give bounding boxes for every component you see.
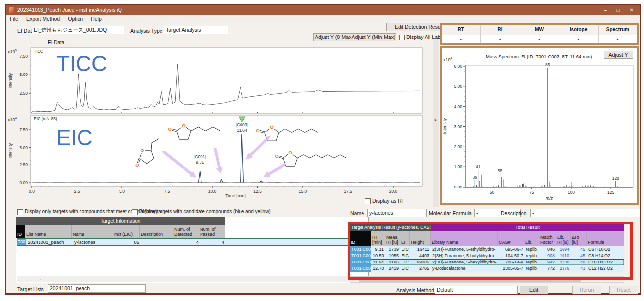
eic-scale-label: x104 bbox=[8, 116, 17, 122]
result-col-ei[interactable]: EI bbox=[400, 231, 410, 246]
result-row-T001-C004[interactable]: T001-C00412.702419EIC2705y-Dodecalactone… bbox=[350, 265, 624, 272]
svg-text:100: 100 bbox=[568, 190, 575, 195]
svg-text:5.00: 5.00 bbox=[19, 145, 28, 150]
menu-help[interactable]: Help bbox=[87, 16, 106, 22]
result-col-lib[interactable]: Lib. bbox=[524, 231, 539, 246]
rerun-button[interactable]: Rerun bbox=[572, 286, 601, 294]
ticc-big-label: TICC bbox=[56, 51, 107, 75]
svg-text:10.0: 10.0 bbox=[208, 189, 217, 194]
maximize-button[interactable]: □ bbox=[617, 7, 620, 13]
svg-text:20.0: 20.0 bbox=[389, 189, 398, 194]
ms-xlabel: m/z bbox=[546, 196, 553, 201]
carbonyl-oxygen-atom: O bbox=[275, 153, 279, 159]
target-lists-field[interactable]: 20241001_peach bbox=[48, 284, 146, 293]
filter-candidate-checkbox[interactable] bbox=[132, 209, 138, 215]
menu-option[interactable]: Option bbox=[64, 16, 87, 22]
result-row-T001-C002[interactable]: T001-C00210.501955EIC44032(3H)-Furanone,… bbox=[350, 253, 624, 259]
analysis-method-field[interactable]: Default bbox=[435, 286, 518, 294]
result-cell-meas_ri: 2419 bbox=[385, 265, 400, 272]
ti-cell-mz-eic: 85 bbox=[114, 239, 141, 245]
result-scrollbar-thumb[interactable] bbox=[359, 278, 581, 282]
ms-plot-area bbox=[465, 65, 633, 187]
ms-ylabel: Intensity bbox=[443, 118, 447, 134]
ti-col-id[interactable]: ID bbox=[16, 225, 25, 238]
result-col-id[interactable]: ID bbox=[350, 231, 371, 246]
result-col-formula[interactable]: Formula bbox=[587, 231, 624, 246]
result-cell-id: T001-C002 bbox=[350, 253, 371, 259]
ti-cell-list-name: 20241001_peach bbox=[26, 239, 73, 245]
minimize-button[interactable]: – bbox=[604, 7, 607, 13]
ring-oxygen-atom: O bbox=[140, 148, 144, 153]
result-col-dri[interactable]: ΔRI [iu] bbox=[571, 231, 587, 246]
svg-text:5.00: 5.00 bbox=[454, 84, 462, 89]
result-cell-library_name: 2(3H)-Furanone, 5-hexyldihydro- bbox=[431, 259, 498, 265]
result-scroll-down-icon[interactable]: v bbox=[630, 267, 632, 272]
svg-text:3.00: 3.00 bbox=[454, 124, 462, 129]
ti-col-num-detected[interactable]: Num. of Detected bbox=[173, 225, 199, 238]
close-button[interactable]: ✕ bbox=[630, 7, 634, 13]
ti-col-list-name[interactable]: List Name bbox=[25, 225, 72, 238]
analysis-type-field[interactable]: Target Analysis bbox=[164, 26, 228, 34]
menu-export-method[interactable]: Export Method bbox=[22, 16, 64, 22]
result-scroll-left-icon[interactable]: ‹ bbox=[352, 278, 354, 282]
result-col-match_factor[interactable]: Match Factor bbox=[539, 231, 556, 246]
result-scroll-right-icon[interactable]: › bbox=[620, 278, 622, 282]
svg-text:125: 125 bbox=[607, 190, 614, 195]
description-field[interactable]: - bbox=[530, 209, 640, 217]
menu-file[interactable]: File bbox=[6, 16, 22, 22]
ms-peak-label-41: 41 bbox=[476, 164, 481, 169]
svg-text:2.00: 2.00 bbox=[454, 144, 462, 149]
result-cell-lib_ri: 2138 bbox=[556, 259, 571, 265]
result-cell-lib: replib bbox=[524, 246, 539, 253]
ti-scroll-left-icon[interactable]: ‹ bbox=[40, 277, 41, 282]
result-cell-rt: 11.64 bbox=[371, 259, 385, 265]
result-cell-cas: 706-14-9 bbox=[498, 259, 524, 265]
result-cell-lib: replib bbox=[524, 253, 539, 259]
col-rt[interactable]: RT bbox=[442, 25, 481, 35]
svg-text:7.50: 7.50 bbox=[19, 127, 28, 132]
result-cell-height: 4403 bbox=[410, 253, 431, 259]
result-cell-ei: EIC bbox=[400, 259, 410, 265]
result-col-height[interactable]: Height bbox=[410, 231, 431, 246]
result-row-T001-C001[interactable]: T001-C0019.311739EIC164112(3H)-Furanone,… bbox=[350, 246, 624, 253]
result-col-lib_ri[interactable]: Lib. RI [iu] bbox=[556, 231, 571, 246]
col-mw[interactable]: MW bbox=[520, 25, 559, 35]
result-cell-meas_ri: 2186 bbox=[385, 259, 400, 265]
ti-col-num-passed[interactable]: Num. of Passed bbox=[199, 225, 225, 238]
display-as-ri-checkbox[interactable] bbox=[365, 198, 371, 204]
eic-big-label: EIC bbox=[56, 125, 92, 150]
result-col-meas_ri[interactable]: Meas. RI [iu] bbox=[385, 231, 400, 246]
result-col-rt[interactable]: RT [min] bbox=[371, 231, 385, 246]
filter-criteria-checkbox[interactable] bbox=[17, 209, 23, 215]
result-cell-height: 16411 bbox=[410, 246, 431, 253]
filter-candidate-label: Display targets with candidate compounds… bbox=[139, 209, 271, 214]
result-row-T001-C003[interactable]: T001-C00311.642186EIC692852(3H)-Furanone… bbox=[350, 259, 624, 265]
result-cell-meas_ri: 1739 bbox=[385, 246, 400, 253]
ti-col-mz-eic[interactable]: m/z (EIC) bbox=[113, 225, 140, 238]
target-information-title: Target Information bbox=[16, 217, 225, 225]
result-horizontal-scrollbar[interactable]: ‹ › bbox=[350, 276, 624, 283]
svg-text:5.00: 5.00 bbox=[19, 72, 28, 77]
analysis-method-label: Analysis Method bbox=[396, 287, 434, 293]
target-row[interactable]: T001 20241001_peach y-lactones 85 4 4 bbox=[17, 238, 362, 246]
ei-data-field[interactable]: EI_信州ももジュース_001.JDQ bbox=[32, 26, 124, 34]
result-cell-match_factor: 908 bbox=[539, 253, 556, 259]
result-cell-dri: 45 bbox=[571, 246, 587, 253]
reset-button[interactable]: Reset bbox=[609, 286, 638, 294]
col-ri[interactable]: RI bbox=[481, 25, 520, 35]
ti-horizontal-scrollbar[interactable]: ‹ › bbox=[17, 276, 368, 282]
result-col-library_name[interactable]: Library Name bbox=[431, 231, 498, 246]
svg-text:5.0: 5.0 bbox=[119, 189, 125, 194]
edit-button[interactable]: Edit bbox=[520, 286, 548, 294]
result-cell-library_name: 2(3H)-Furanone, 5-butyldihydro- bbox=[431, 253, 498, 259]
ti-col-description[interactable]: Description bbox=[140, 225, 173, 238]
result-col-cas[interactable]: CAS# bbox=[498, 231, 524, 246]
col-spectrum[interactable]: Spectrum bbox=[599, 25, 637, 35]
col-isotope[interactable]: Isotope bbox=[559, 25, 598, 35]
result-cell-lib_ri: 1694 bbox=[556, 246, 571, 253]
ti-col-name[interactable]: Name bbox=[72, 225, 113, 238]
panel-splitter[interactable]: ▸ bbox=[433, 39, 439, 207]
name-field[interactable]: y-lactones bbox=[367, 209, 427, 217]
result-scroll-up-icon[interactable]: ^ bbox=[630, 233, 632, 237]
peak-label-C001: [C001] bbox=[193, 154, 206, 159]
